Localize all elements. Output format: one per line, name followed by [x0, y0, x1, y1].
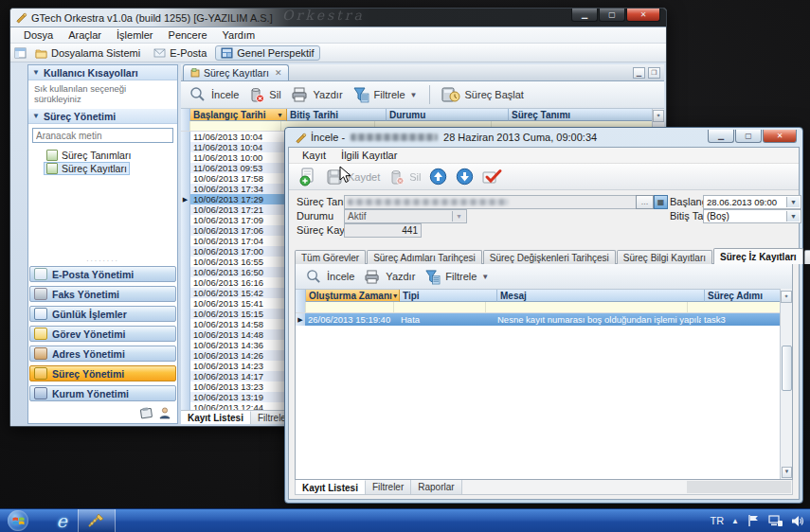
combo-arrow-icon[interactable]: ▼ — [786, 197, 800, 207]
view-maximize-icon[interactable]: ❐ — [648, 67, 660, 79]
log-table-row[interactable]: ▶ 26/06/2013 15:19:40 Hata Nesne kayıt n… — [296, 313, 781, 326]
approve-icon[interactable] — [482, 168, 503, 186]
menu-item[interactable]: Yardım — [215, 29, 263, 41]
column-header-surec-adimi[interactable]: Süreç Adımı — [705, 290, 781, 302]
filter-caret-icon[interactable]: ▼ — [410, 91, 418, 99]
scrollbar-top-button[interactable]: ✦ — [781, 291, 792, 303]
row-indicator — [181, 392, 190, 402]
main-window-titlebar[interactable]: GTech Orkestra v1.0a (build 1255) [G-YAZ… — [10, 9, 666, 27]
dialog-tab[interactable]: Süreç Bilgi Kayıtları — [617, 250, 712, 264]
menu-item[interactable]: Araçlar — [61, 29, 109, 41]
dialog-titlebar[interactable]: İncele - 28 Haziran 2013 Cuma, 09:00:34 … — [285, 128, 802, 147]
combo-arrow-icon[interactable]: ▼ — [786, 211, 800, 222]
save-button[interactable]: Kaydet — [326, 168, 380, 186]
column-header-mesaj[interactable]: Mesaj — [497, 290, 705, 302]
nav-button[interactable]: Adres Yönetimi — [29, 346, 176, 362]
dialog-tab[interactable]: Süreç İz Kayıtları — [713, 248, 803, 264]
next-record-icon[interactable] — [456, 168, 474, 186]
list-toolbar: İncele Sil Yazdır Filtrele ▼ — [181, 81, 664, 109]
log-vertical-scrollbar[interactable]: ✦ ▼ — [780, 289, 792, 479]
view-tab-label: Süreç Kayıtları — [204, 67, 269, 79]
scrollbar-thumb[interactable] — [782, 346, 792, 391]
filing-system-button[interactable]: Dosyalama Sistemi — [30, 46, 145, 60]
nav-button[interactable]: Görev Yönetimi — [29, 326, 176, 342]
minimize-button[interactable]: ▁ — [571, 9, 598, 22]
ellipsis-button[interactable]: … — [636, 195, 654, 209]
general-perspective-button[interactable]: Genel Perspektif — [215, 45, 319, 61]
status-combo[interactable]: Aktif ▼ — [344, 209, 467, 223]
search-input[interactable] — [32, 128, 173, 143]
taskbar-ie-button[interactable]: e — [45, 509, 78, 532]
action-center-flag-icon[interactable] — [747, 514, 761, 527]
cell-start: 10/06/2013 16:50 — [190, 267, 287, 277]
dialog-menu-item[interactable]: İlgili Kayıtlar — [333, 150, 405, 161]
column-header-durumu[interactable]: Durumu — [387, 109, 509, 121]
lookup-button[interactable]: ▦ — [654, 195, 668, 209]
dialog-bottom-tab[interactable]: Kayıt Listesi — [296, 480, 366, 494]
clipboard-icon[interactable] — [139, 406, 154, 419]
dialog-tab[interactable]: Tüm Görevler — [295, 250, 366, 264]
printer-icon — [364, 270, 381, 284]
dialog-maximize-button[interactable]: ▢ — [735, 130, 762, 143]
tree-item[interactable]: Süreç Tanımları — [44, 149, 134, 162]
maximize-button[interactable]: ▢ — [599, 9, 625, 22]
tab-close-icon[interactable]: ✕ — [275, 68, 282, 78]
menu-item[interactable]: Dosya — [16, 29, 61, 41]
log-inspect-button[interactable]: İncele — [305, 269, 354, 285]
perspective-icon[interactable] — [14, 47, 27, 59]
column-header-olusturma[interactable]: Oluşturma Zamanı ▼ — [306, 290, 400, 302]
inspect-button[interactable]: İncele — [189, 86, 239, 103]
dialog-menu-item[interactable]: Kayıt — [295, 150, 333, 161]
new-record-icon[interactable] — [298, 168, 317, 186]
sidebar-splitter[interactable]: ········ — [28, 257, 177, 264]
start-button[interactable] — [8, 510, 28, 531]
nav-button[interactable]: Kurum Yönetimi — [29, 385, 176, 401]
dialog-tab[interactable]: Süreç Değişkenleri Tarihçesi — [483, 250, 616, 264]
dialog-tab[interactable]: Süreç Adımları Tarihçesi — [367, 250, 482, 264]
dialog-minimize-button[interactable]: ▁ — [708, 130, 734, 143]
bottom-tab[interactable]: Kayıt Listesi — [181, 411, 251, 424]
dialog-tab[interactable]: Süreç İçerik Dosyaları — [804, 250, 810, 264]
volume-icon[interactable] — [791, 515, 804, 527]
tree-item[interactable]: Süreç Kayıtları — [44, 162, 130, 175]
shortcuts-section-header[interactable]: ▼ Kullanıcı Kısayolları — [28, 65, 177, 80]
menu-item[interactable]: Pencere — [161, 29, 215, 41]
language-indicator[interactable]: TR — [710, 515, 724, 526]
start-date-combo[interactable]: 28.06.2013 09:00 ▼ — [703, 195, 801, 209]
column-header-bitis[interactable]: Bitiş Tarihi — [287, 109, 387, 121]
network-icon[interactable] — [768, 515, 783, 527]
delete-button[interactable]: Sil — [248, 86, 280, 103]
scrollbar-top-button[interactable]: ✦ — [653, 110, 664, 122]
column-header-baslangic[interactable]: Başlangıç Tarihi ▼ — [190, 109, 287, 121]
start-process-button[interactable]: Süreç Başlat — [441, 86, 524, 103]
dialog-bottom-tab[interactable]: Filtreler — [366, 480, 411, 494]
dialog-bottom-tab[interactable]: Raporlar — [411, 480, 461, 494]
nav-button[interactable]: E-Posta Yönetimi — [29, 266, 176, 282]
process-section-header[interactable]: ▼ Süreç Yönetimi — [28, 109, 177, 124]
taskbar-orkestra-button[interactable] — [78, 509, 116, 532]
menu-item[interactable]: İşlemler — [109, 29, 161, 41]
view-minimize-icon[interactable]: ▁ — [633, 67, 645, 79]
previous-record-icon[interactable] — [429, 168, 447, 186]
view-tab-surec-kayitlari[interactable]: Süreç Kayıtları ✕ — [183, 64, 289, 80]
dialog-delete-button[interactable]: Sil — [388, 168, 421, 186]
filter-caret-icon[interactable]: ▼ — [481, 273, 489, 281]
print-button[interactable]: Yazdır — [291, 87, 343, 102]
column-header-tipi[interactable]: Tipi — [400, 290, 497, 302]
dialog-close-button[interactable]: ✕ — [763, 130, 797, 143]
nav-button[interactable]: Süreç Yönetimi — [29, 365, 176, 381]
log-filter-button[interactable]: Filtrele ▼ — [424, 269, 489, 285]
tray-expand-icon[interactable]: ▲ — [731, 517, 739, 525]
scrollbar-down-icon[interactable]: ▼ — [782, 467, 792, 478]
log-print-button[interactable]: Yazdır — [364, 270, 415, 284]
log-filter-row[interactable] — [296, 302, 781, 313]
filter-button[interactable]: Filtrele ▼ — [352, 86, 418, 103]
column-header-surec-tanimi[interactable]: Süreç Tanımı — [509, 109, 653, 121]
row-indicator — [181, 381, 190, 392]
nav-button[interactable]: Faks Yönetimi — [29, 286, 176, 302]
end-date-combo[interactable]: (Boş) ▼ — [703, 209, 801, 223]
user-icon[interactable] — [158, 406, 171, 419]
close-button[interactable]: ✕ — [626, 9, 660, 22]
email-button[interactable]: E-Posta — [149, 46, 211, 60]
nav-button[interactable]: Günlük İşlemler — [29, 306, 176, 322]
